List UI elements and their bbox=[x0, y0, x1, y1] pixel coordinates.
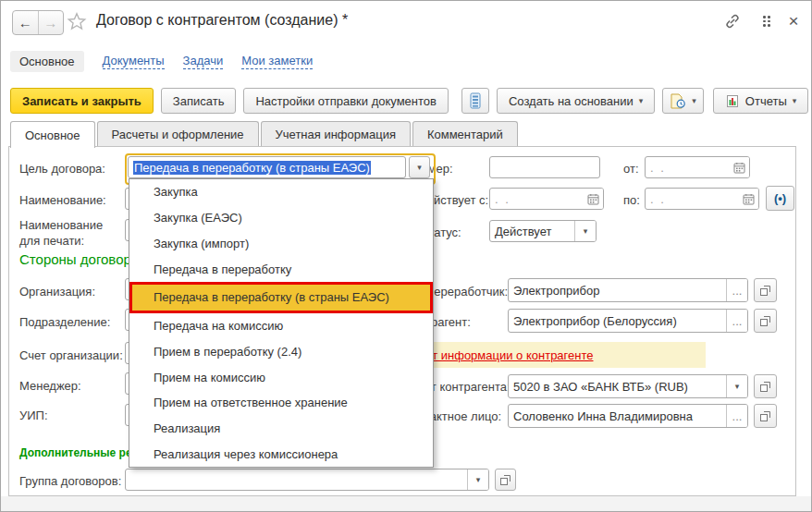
reports-label: Отчеты bbox=[745, 94, 787, 108]
status-value: Действует bbox=[495, 225, 551, 238]
date-placeholder: . . bbox=[495, 192, 511, 206]
chevron-down-icon: ▾ bbox=[793, 97, 797, 105]
open-button[interactable] bbox=[754, 374, 777, 398]
calendar-icon[interactable] bbox=[738, 189, 758, 209]
dropdown-item[interactable]: Закупка (импорт) bbox=[129, 230, 433, 256]
history-nav-group: ← → bbox=[12, 10, 64, 35]
get-link-icon[interactable] bbox=[721, 11, 744, 31]
dropdown-item[interactable]: Прием на ответственное хранение bbox=[129, 390, 433, 416]
ellipsis-picker[interactable]: ... bbox=[726, 310, 747, 332]
blue-stack-icon bbox=[469, 92, 482, 109]
contract-purpose-field[interactable]: Передача в переработку (в страны ЕАЭС) bbox=[128, 156, 406, 178]
processor-field[interactable]: Электроприбор ... bbox=[508, 278, 748, 302]
dropdown-item[interactable]: Передача на комиссию bbox=[129, 313, 433, 339]
more-menu-icon[interactable] bbox=[756, 11, 778, 31]
valid-to-label: по: bbox=[623, 193, 640, 207]
counterparty-field[interactable]: Электроприбор (Белоруссия) ... bbox=[508, 309, 748, 333]
status-strip bbox=[1, 496, 812, 512]
calendar-icon[interactable] bbox=[729, 157, 749, 177]
chevron-down-icon: ▾ bbox=[692, 97, 696, 105]
uip-label: УИП: bbox=[19, 408, 48, 422]
create-based-on-label: Создать на основании bbox=[509, 94, 634, 108]
organization-label: Организация: bbox=[19, 285, 95, 299]
contract-window: ← → Договор с контрагентом (создание) * … bbox=[0, 0, 812, 512]
open-button[interactable] bbox=[754, 309, 777, 333]
save-and-close-button[interactable]: Записать и закрыть bbox=[10, 88, 154, 114]
reports-button[interactable]: Отчеты ▾ bbox=[713, 88, 808, 114]
manager-label: Менеджер: bbox=[19, 379, 81, 393]
forward-button[interactable]: → bbox=[38, 11, 64, 34]
dropdown-item[interactable]: Реализация через комиссионера bbox=[129, 441, 433, 467]
processor-value: Электроприбор bbox=[513, 284, 599, 298]
toolbar: Записать и закрыть Записать Настройки от… bbox=[10, 88, 808, 114]
open-button[interactable] bbox=[754, 278, 777, 302]
number-field[interactable] bbox=[489, 156, 600, 178]
period-select-button[interactable]: (•) bbox=[766, 186, 794, 211]
doc-send-settings-button[interactable]: Настройки отправки документов bbox=[243, 88, 449, 114]
tab-strip: ОсновноеРасчеты и оформлениеУчетная инфо… bbox=[10, 121, 520, 148]
tab-2[interactable]: Учетная информация bbox=[261, 121, 411, 146]
open-button[interactable] bbox=[495, 469, 516, 491]
number-input[interactable] bbox=[495, 157, 595, 177]
valid-to-field[interactable]: . . bbox=[645, 188, 759, 210]
structure-icon-button[interactable] bbox=[461, 88, 489, 114]
nav-link-0[interactable]: Документы bbox=[103, 54, 165, 69]
dropdown-item[interactable]: Реализация bbox=[129, 416, 433, 442]
tab-1[interactable]: Расчеты и оформление bbox=[97, 121, 259, 146]
ellipsis-picker[interactable]: ... bbox=[726, 405, 747, 427]
contract-purpose-dropdown-list: ЗакупкаЗакупка (ЕАЭС)Закупка (импорт)Пер… bbox=[129, 178, 434, 468]
print-name-label: Наименование для печати: bbox=[19, 217, 112, 249]
counterparty-value: Электроприбор (Белоруссия) bbox=[513, 314, 677, 328]
date-placeholder: . . bbox=[650, 192, 666, 206]
nav-link-2[interactable]: Мои заметки bbox=[241, 54, 313, 69]
name-label: Наименование: bbox=[19, 193, 106, 207]
chevron-down-icon[interactable]: ▾ bbox=[467, 469, 488, 490]
favorite-star-icon[interactable] bbox=[66, 11, 88, 31]
nav-item-main[interactable]: Основное bbox=[10, 51, 84, 72]
open-button[interactable] bbox=[754, 404, 777, 428]
valid-from-field[interactable]: . . bbox=[489, 188, 604, 210]
counterparty-account-combobox[interactable]: 5020 в ЗАО «БАНК ВТБ» (RUB) ▾ bbox=[508, 374, 748, 398]
page-title: Договор с контрагентом (создание) * bbox=[96, 12, 348, 29]
contract-purpose-label: Цель договора: bbox=[19, 162, 105, 176]
tasks-icon-button[interactable]: ▾ bbox=[662, 88, 704, 114]
dropdown-item[interactable]: Закупка (ЕАЭС) bbox=[129, 205, 433, 231]
save-button[interactable]: Записать bbox=[161, 88, 237, 114]
from-date-label: от: bbox=[623, 162, 639, 176]
department-label: Подразделение: bbox=[19, 315, 110, 329]
date-placeholder: . . bbox=[650, 161, 666, 175]
calendar-icon[interactable] bbox=[583, 189, 603, 209]
chevron-down-icon[interactable]: ▾ bbox=[726, 375, 747, 397]
contact-person-field[interactable]: Соловенко Инна Владимировна ... bbox=[508, 404, 748, 428]
nav-links: ДокументыЗадачиМои заметки bbox=[103, 54, 314, 69]
contact-person-value: Соловенко Инна Владимировна bbox=[513, 409, 693, 423]
dropdown-item[interactable]: Передача в переработку bbox=[129, 256, 433, 282]
navigation-row: Основное ДокументыЗадачиМои заметки bbox=[10, 49, 313, 73]
create-based-on-button[interactable]: Создать на основании ▾ bbox=[497, 88, 655, 114]
status-combobox[interactable]: Действует ▾ bbox=[489, 220, 597, 242]
contract-purpose-dropdown-button[interactable]: ▾ bbox=[409, 156, 430, 178]
dropdown-item[interactable]: Передача в переработку (в страны ЕАЭС) bbox=[129, 282, 433, 313]
chevron-down-icon: ▾ bbox=[639, 97, 644, 105]
dropdown-item[interactable]: Закупка bbox=[129, 179, 433, 205]
contract-group-label: Группа договоров: bbox=[19, 474, 121, 488]
from-date-field[interactable]: . . bbox=[645, 156, 750, 178]
counterparty-account-value: 5020 в ЗАО «БАНК ВТБ» (RUB) bbox=[513, 380, 688, 394]
chevron-down-icon[interactable]: ▾ bbox=[574, 221, 596, 241]
document-clock-icon bbox=[670, 93, 686, 109]
selected-value: Передача в переработку (в страны ЕАЭС) bbox=[133, 161, 371, 175]
tab-3[interactable]: Комментарий bbox=[412, 121, 518, 146]
no-counterparty-info-link[interactable]: Нет информации о контрагенте bbox=[417, 348, 594, 362]
processor-label: Переработчик: bbox=[425, 285, 508, 299]
nav-link-1[interactable]: Задачи bbox=[183, 54, 224, 69]
org-account-label: Счет организации: bbox=[19, 348, 123, 362]
close-icon[interactable]: × bbox=[782, 11, 805, 31]
back-button[interactable]: ← bbox=[13, 11, 38, 34]
section-parties: Стороны договора bbox=[19, 251, 139, 267]
tab-0[interactable]: Основное bbox=[10, 121, 95, 148]
dropdown-item[interactable]: Прием в переработку (2.4) bbox=[129, 338, 433, 364]
dropdown-item[interactable]: Прием на комиссию bbox=[129, 364, 433, 390]
report-chart-icon bbox=[725, 94, 740, 108]
contract-group-combobox[interactable]: ▾ bbox=[125, 469, 489, 491]
ellipsis-picker[interactable]: ... bbox=[726, 279, 747, 301]
